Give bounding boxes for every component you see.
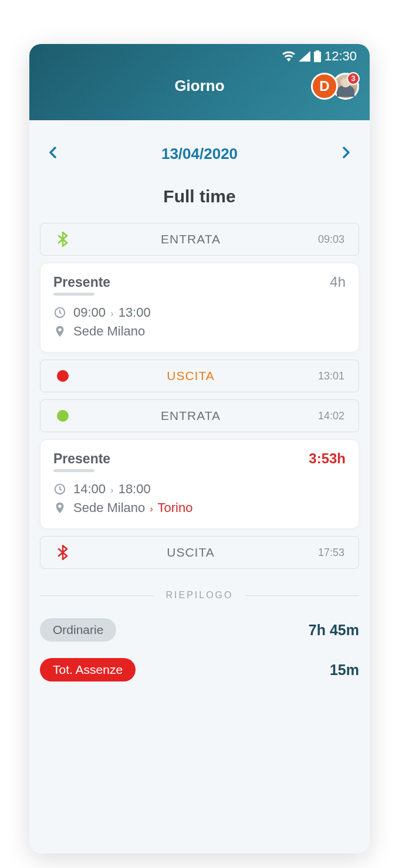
log-entry[interactable]: USCITA 13:01 xyxy=(40,360,359,392)
app-badge[interactable]: D xyxy=(311,73,338,100)
summary-value: 7h 45m xyxy=(309,622,359,639)
summary-row: Ordinarie 7h 45m xyxy=(40,618,359,642)
card-duration: 4h xyxy=(330,274,346,290)
status-bar: 12:30 xyxy=(29,44,370,64)
status-dot-icon xyxy=(55,410,71,422)
log-time: 17:53 xyxy=(310,547,344,559)
card-time-range: 09:00 › 13:00 xyxy=(53,305,346,320)
header-actions: D 3 xyxy=(311,73,359,100)
bluetooth-icon xyxy=(55,545,71,560)
status-dot-icon xyxy=(55,370,71,382)
clock-icon xyxy=(53,306,66,319)
svg-rect-0 xyxy=(314,52,321,62)
app-screen: 12:30 Giorno D 3 13/04/2020 Full time xyxy=(29,44,370,853)
log-label: ENTRATA xyxy=(71,232,310,246)
log-entry[interactable]: USCITA 17:53 xyxy=(40,536,359,569)
card-location: Sede Milano › Torino xyxy=(53,500,346,516)
pin-icon xyxy=(53,501,66,515)
summary-pill-assenze[interactable]: Tot. Assenze xyxy=(40,658,136,681)
summary-divider: RIEPILOGO xyxy=(40,590,359,601)
next-day-button[interactable] xyxy=(341,145,351,163)
bluetooth-icon xyxy=(55,232,71,247)
presence-card[interactable]: Presente 3:53h 14:00 › 18:00 Sede Milano… xyxy=(40,439,359,529)
date-navigator: 13/04/2020 xyxy=(40,120,359,174)
log-time: 09:03 xyxy=(310,233,344,246)
schedule-type: Full time xyxy=(40,187,359,206)
log-label: ENTRATA xyxy=(71,409,310,423)
log-label: USCITA xyxy=(71,369,310,383)
notification-badge[interactable]: 3 xyxy=(347,72,360,85)
card-title: Presente xyxy=(53,451,110,467)
presence-card[interactable]: Presente 4h 09:00 › 13:00 Sede Milano xyxy=(40,263,359,352)
summary-row: Tot. Assenze 15m xyxy=(40,658,359,681)
card-underline xyxy=(53,293,94,296)
app-header: 12:30 Giorno D 3 xyxy=(29,44,370,120)
prev-day-button[interactable] xyxy=(48,145,58,163)
pin-icon xyxy=(53,324,66,338)
battery-icon xyxy=(314,50,321,62)
status-time: 12:30 xyxy=(324,49,357,64)
log-time: 13:01 xyxy=(310,370,344,382)
card-title: Presente xyxy=(53,274,110,290)
card-time-range: 14:00 › 18:00 xyxy=(53,482,346,497)
log-time: 14:02 xyxy=(310,410,344,422)
signal-icon xyxy=(299,51,310,62)
log-entry[interactable]: ENTRATA 14:02 xyxy=(40,399,359,432)
clock-icon xyxy=(53,483,66,496)
wifi-icon xyxy=(282,51,295,62)
current-date[interactable]: 13/04/2020 xyxy=(161,145,238,163)
card-underline xyxy=(53,469,94,472)
svg-rect-1 xyxy=(316,50,319,52)
card-location: Sede Milano xyxy=(53,324,346,339)
summary-value: 15m xyxy=(330,662,359,679)
log-label: USCITA xyxy=(71,545,310,560)
summary-pill-ordinarie[interactable]: Ordinarie xyxy=(40,618,116,642)
log-entry[interactable]: ENTRATA 09:03 xyxy=(40,223,359,256)
divider-label: RIEPILOGO xyxy=(154,590,245,601)
card-duration: 3:53h xyxy=(309,450,346,467)
page-title: Giorno xyxy=(174,77,224,95)
content: 13/04/2020 Full time ENTRATA 09:03 Prese… xyxy=(29,120,370,710)
